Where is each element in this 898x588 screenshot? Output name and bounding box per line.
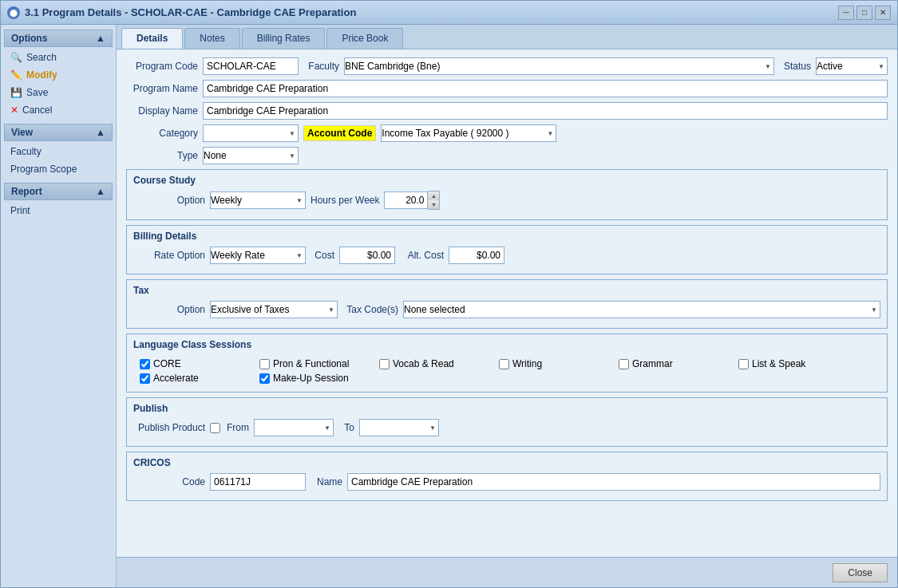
- program-name-input[interactable]: [203, 80, 888, 97]
- tax-row: Option Exclusive of Taxes Tax Code(s) No…: [133, 301, 880, 318]
- cricos-code-input[interactable]: [210, 473, 306, 491]
- program-scope-label: Program Scope: [10, 164, 77, 175]
- cancel-icon: ✕: [10, 105, 18, 116]
- billing-details-row: Rate Option Weekly Rate Cost Alt. Cost: [133, 247, 880, 264]
- cricos-name-input[interactable]: [347, 473, 880, 491]
- cost-input[interactable]: [339, 247, 395, 264]
- alt-cost-input[interactable]: [449, 247, 504, 264]
- vocab-read-label: Vocab & Read: [393, 358, 454, 369]
- type-select[interactable]: None: [203, 147, 299, 164]
- program-code-input[interactable]: [203, 57, 299, 75]
- sidebar-item-modify[interactable]: ✏️ Modify: [1, 66, 116, 84]
- options-section: Options ▲ 🔍 Search ✏️ Modify 💾 Save ✕: [1, 28, 116, 119]
- status-select-wrapper: Active: [816, 57, 888, 75]
- report-section: Report ▲ Print: [1, 181, 116, 219]
- main-layout: Options ▲ 🔍 Search ✏️ Modify 💾 Save ✕: [1, 25, 897, 587]
- tax-codes-select-wrapper: None selected: [403, 301, 880, 318]
- accelerate-checkbox[interactable]: [140, 373, 150, 384]
- sidebar-item-cancel[interactable]: ✕ Cancel: [1, 101, 116, 119]
- tab-price-book[interactable]: Price Book: [326, 28, 403, 49]
- core-checkbox[interactable]: [140, 359, 150, 369]
- sidebar-item-print[interactable]: Print: [1, 202, 116, 219]
- category-select[interactable]: [203, 124, 299, 142]
- course-study-row: Option Weekly Hours per Week ▲ ▼: [133, 191, 880, 210]
- from-select[interactable]: [254, 419, 334, 436]
- to-select[interactable]: [359, 419, 439, 436]
- content-area: Details Notes Billing Rates Price Book P…: [117, 25, 897, 587]
- makeup-session-label: Make-Up Session: [273, 373, 349, 384]
- category-row: Category Account Code Income Tax Payable…: [126, 124, 888, 142]
- tax-option-select[interactable]: Exclusive of Taxes: [210, 301, 338, 318]
- view-label: View: [11, 127, 33, 138]
- status-select[interactable]: Active: [816, 57, 888, 75]
- view-header[interactable]: View ▲: [4, 124, 113, 141]
- faculty-label: Faculty: [10, 146, 42, 157]
- faculty-select[interactable]: BNE Cambridge (Bne): [344, 57, 774, 75]
- grammar-checkbox[interactable]: [619, 359, 629, 369]
- display-name-input[interactable]: [203, 102, 888, 120]
- to-label: To: [338, 422, 354, 433]
- program-code-row: Program Code Faculty BNE Cambridge (Bne)…: [126, 57, 888, 75]
- list-speak-checkbox[interactable]: [738, 359, 749, 369]
- title-bar: ⬤ 3.1 Program Details - SCHOLAR-CAE - Ca…: [1, 1, 897, 25]
- checkbox-writing: Writing: [499, 358, 603, 369]
- tab-details[interactable]: Details: [121, 28, 183, 49]
- print-label: Print: [10, 205, 30, 216]
- tab-billing-rates[interactable]: Billing Rates: [242, 28, 326, 49]
- tab-notes[interactable]: Notes: [184, 28, 239, 49]
- tax-option-label: Option: [133, 304, 205, 315]
- close-button[interactable]: Close: [833, 563, 888, 582]
- sidebar-item-save[interactable]: 💾 Save: [1, 84, 116, 101]
- view-collapse-icon: ▲: [96, 127, 105, 138]
- spinbox-up-button[interactable]: ▲: [428, 191, 439, 200]
- makeup-session-checkbox[interactable]: [259, 373, 270, 384]
- faculty-label: Faculty: [303, 61, 339, 72]
- option-select[interactable]: Weekly: [210, 191, 306, 209]
- options-header[interactable]: Options ▲: [4, 30, 113, 47]
- rate-option-select[interactable]: Weekly Rate: [210, 247, 306, 264]
- billing-details-section: Billing Details Rate Option Weekly Rate …: [126, 225, 888, 274]
- checkbox-core: CORE: [140, 358, 243, 369]
- pron-functional-checkbox[interactable]: [259, 359, 270, 369]
- type-row: Type None: [126, 147, 888, 164]
- title-bar-buttons: ─ □ ✕: [838, 6, 891, 20]
- account-code-select[interactable]: Income Tax Payable ( 92000 ): [381, 124, 556, 142]
- tab-bar: Details Notes Billing Rates Price Book: [117, 25, 897, 49]
- cricos-section: CRICOS Code Name: [126, 452, 888, 501]
- bottom-bar: Close: [117, 557, 897, 587]
- sidebar-item-faculty[interactable]: Faculty: [1, 143, 116, 160]
- type-select-wrapper: None: [203, 147, 299, 164]
- status-label: Status: [779, 61, 811, 72]
- report-header[interactable]: Report ▲: [4, 183, 113, 200]
- close-window-button[interactable]: ✕: [875, 6, 891, 20]
- cost-label: Cost: [311, 250, 334, 261]
- sidebar-item-search[interactable]: 🔍 Search: [1, 49, 116, 66]
- rate-option-label: Rate Option: [133, 250, 205, 261]
- sidebar-item-program-scope[interactable]: Program Scope: [1, 160, 116, 178]
- search-icon: 🔍: [10, 52, 22, 63]
- hours-per-week-input[interactable]: [384, 191, 428, 209]
- option-select-wrapper: Weekly: [210, 191, 306, 209]
- save-icon: 💾: [10, 87, 22, 98]
- checkbox-accelerate: Accelerate: [140, 373, 243, 384]
- publish-product-checkbox[interactable]: [210, 423, 220, 433]
- tax-codes-select[interactable]: None selected: [403, 301, 880, 318]
- hours-per-week-spinbox: ▲ ▼: [384, 191, 440, 210]
- minimize-button[interactable]: ─: [838, 6, 854, 20]
- from-select-wrapper: [254, 419, 334, 436]
- billing-details-title: Billing Details: [133, 231, 880, 242]
- vocab-read-checkbox[interactable]: [379, 359, 390, 369]
- hours-per-week-label: Hours per Week: [311, 195, 379, 206]
- language-class-sessions-title: Language Class Sessions: [133, 339, 880, 350]
- publish-title: Publish: [133, 403, 880, 414]
- tax-option-select-wrapper: Exclusive of Taxes: [210, 301, 338, 318]
- language-class-sessions-section: Language Class Sessions CORE Pron & Func…: [126, 333, 888, 393]
- maximize-button[interactable]: □: [856, 6, 872, 20]
- checkbox-vocab-read: Vocab & Read: [379, 358, 483, 369]
- writing-checkbox[interactable]: [499, 359, 509, 369]
- spinbox-down-button[interactable]: ▼: [428, 200, 439, 209]
- modify-label: Modify: [26, 69, 57, 81]
- course-study-section: Course Study Option Weekly Hours per Wee…: [126, 169, 888, 220]
- category-select-wrapper: [203, 124, 299, 142]
- modify-icon: ✏️: [10, 69, 22, 81]
